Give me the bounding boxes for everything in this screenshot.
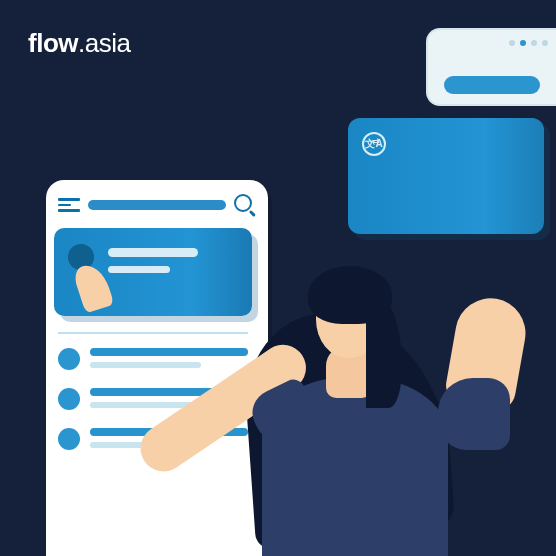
card-line [108,248,198,257]
brand-light: .asia [78,28,130,58]
search-icon[interactable] [234,194,256,216]
translate-card[interactable]: 文A [348,118,544,234]
brand-logo: flow.asia [28,28,130,59]
pager-dots [509,40,548,46]
title-bar [88,200,226,210]
card-subline [108,266,170,273]
bullet-icon [58,428,80,450]
bullet-icon [58,348,80,370]
woman-illustration [208,226,508,556]
brand-bold: flow [28,28,78,58]
bullet-icon [58,388,80,410]
translate-icon: 文A [362,132,386,156]
menu-icon[interactable] [58,198,80,212]
browser-peek-card [426,28,556,106]
pill-bar [444,76,540,94]
